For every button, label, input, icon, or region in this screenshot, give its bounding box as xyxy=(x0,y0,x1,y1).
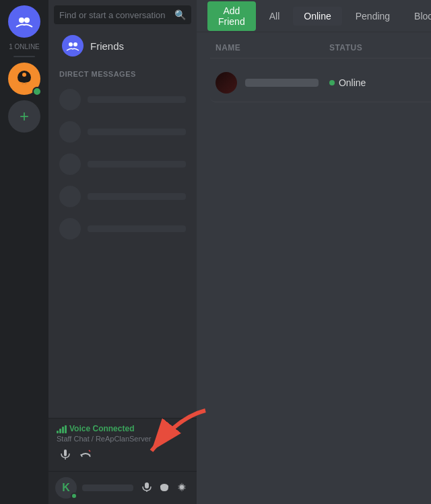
friend-status: Online xyxy=(329,77,431,88)
voice-settings-button[interactable] xyxy=(57,445,74,466)
dm-list-item[interactable] xyxy=(54,213,191,245)
dm-name xyxy=(88,193,186,200)
friend-name xyxy=(245,79,319,87)
add-friend-tab[interactable]: Add Friend xyxy=(207,1,256,31)
dm-avatar xyxy=(59,218,81,240)
server-icon-orange[interactable] xyxy=(8,63,40,95)
search-bar[interactable]: Find or start a conversation 🔍 xyxy=(54,5,191,24)
svg-rect-11 xyxy=(145,482,149,489)
disconnect-button[interactable] xyxy=(77,445,94,466)
dm-avatar xyxy=(59,153,81,175)
dm-avatar xyxy=(59,89,81,110)
mute-button[interactable] xyxy=(139,479,155,497)
user-bar: K xyxy=(48,471,197,504)
server-sidebar: 1 ONLINE + xyxy=(0,0,48,504)
svg-point-5 xyxy=(73,42,77,46)
svg-line-10 xyxy=(89,450,90,452)
search-icon: 🔍 xyxy=(174,9,186,20)
voice-bars-icon xyxy=(57,424,67,433)
svg-point-1 xyxy=(24,17,30,23)
dm-panel: Find or start a conversation 🔍 Friends D… xyxy=(48,0,197,504)
tab-bar: Add Friend All Online Pending Blocked xyxy=(197,0,431,32)
svg-rect-6 xyxy=(64,449,67,456)
user-settings-button[interactable] xyxy=(174,479,190,497)
all-tab[interactable]: All xyxy=(259,7,291,26)
blocked-tab[interactable]: Blocked xyxy=(403,7,431,26)
deafen-button[interactable] xyxy=(156,479,172,497)
server-divider xyxy=(13,56,35,57)
friends-label: Friends xyxy=(90,40,124,52)
status-column-header: STATUS xyxy=(329,43,431,52)
dm-list xyxy=(48,81,197,418)
name-column-header: NAME xyxy=(216,43,313,52)
friend-row[interactable]: Online xyxy=(210,64,431,102)
user-controls xyxy=(139,479,190,497)
voice-connected-area: Voice Connected Staff Chat / ReApClanSer… xyxy=(48,418,197,471)
friends-nav-item[interactable]: Friends xyxy=(54,30,191,62)
status-text: Online xyxy=(339,77,366,88)
dm-name xyxy=(88,129,186,135)
svg-point-3 xyxy=(22,73,26,77)
dm-avatar xyxy=(59,121,81,143)
voice-connected-label: Voice Connected xyxy=(57,424,189,433)
dm-list-item[interactable] xyxy=(54,148,191,180)
server-online-badge xyxy=(32,87,42,96)
online-status-dot xyxy=(329,80,335,85)
dm-list-item[interactable] xyxy=(54,116,191,148)
user-avatar: K xyxy=(55,477,77,499)
friends-list-header: NAME STATUS xyxy=(210,43,431,59)
dm-list-item[interactable] xyxy=(54,180,191,213)
voice-server-path: Staff Chat / ReApClanServer xyxy=(57,435,189,443)
dm-name xyxy=(88,161,186,168)
pending-tab[interactable]: Pending xyxy=(345,7,401,26)
dm-name xyxy=(88,225,186,232)
user-online-dot xyxy=(71,493,77,499)
add-server-button[interactable]: + xyxy=(8,100,40,133)
friends-icon xyxy=(62,35,84,57)
svg-point-4 xyxy=(69,42,73,46)
online-tab[interactable]: Online xyxy=(293,7,341,26)
username-display xyxy=(82,484,133,491)
dm-name xyxy=(88,96,186,103)
online-count-label: 1 ONLINE xyxy=(9,43,40,50)
search-placeholder: Find or start a conversation xyxy=(59,10,166,20)
direct-messages-label: DIRECT MESSAGES xyxy=(48,62,197,81)
friend-avatar xyxy=(216,72,237,94)
dm-list-item[interactable] xyxy=(54,83,191,116)
main-content: Add Friend All Online Pending Blocked NA… xyxy=(197,0,431,504)
voice-actions xyxy=(57,445,189,466)
dm-server-icon[interactable] xyxy=(8,5,40,38)
dm-avatar xyxy=(59,186,81,207)
svg-point-0 xyxy=(19,17,24,23)
friends-list-area: NAME STATUS Online xyxy=(197,32,431,504)
